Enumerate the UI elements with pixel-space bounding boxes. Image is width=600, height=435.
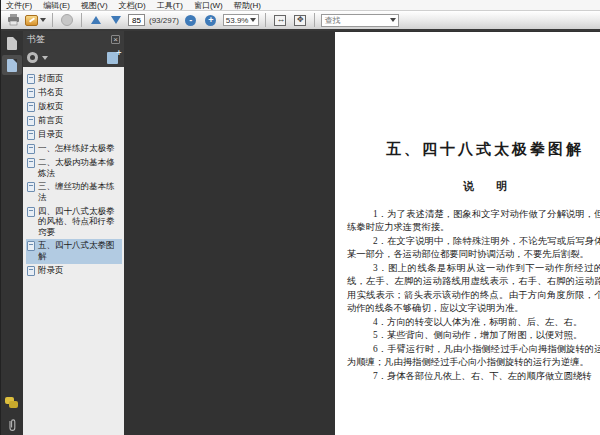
menu-item[interactable]: 编辑(E) <box>43 0 70 11</box>
bookmark-item-label: 一、怎样练好太极拳 <box>38 143 115 154</box>
page-up-icon <box>91 16 101 24</box>
toolbar-separator <box>314 13 315 27</box>
bookmark-item-label: 附录页 <box>38 265 64 276</box>
bookmark-item-label: 目录页 <box>38 129 64 140</box>
chevron-down-icon <box>250 18 256 22</box>
menu-item[interactable]: 文件(F) <box>6 0 32 11</box>
bookmark-item[interactable]: 一、怎样练好太极拳 <box>26 142 122 156</box>
bookmark-item[interactable]: 目录页 <box>26 128 122 142</box>
menu-bar: 文件(F)编辑(E)视图(V)文档(D)工具(T)窗口(W)帮助(H) <box>1 0 600 11</box>
previous-page-button[interactable] <box>88 12 104 28</box>
chevron-down-icon <box>40 18 46 22</box>
zoom-out-button[interactable]: - <box>183 12 199 28</box>
menu-item[interactable]: 帮助(H) <box>234 0 261 11</box>
bookmark-item[interactable]: 版权页 <box>26 100 122 114</box>
page-number-label: 85 <box>335 385 600 395</box>
bookmark-item[interactable]: 三、缠丝功的基本练法 <box>26 180 122 204</box>
new-bookmark-button[interactable] <box>104 50 120 66</box>
body-paragraph: 2．在文字说明中，除特殊注明外，不论先写或后写身体的某一部分，各运动部位都要同时… <box>347 235 600 262</box>
pages-panel-icon <box>7 37 17 50</box>
bookmark-item[interactable]: 附录页 <box>26 264 122 278</box>
bookmark-page-icon <box>27 74 35 84</box>
toolbar-separator <box>265 13 266 27</box>
bookmark-item[interactable]: 前言页 <box>26 114 122 128</box>
bookmark-item-label: 四、四十八式太极拳的风格、特点和行拳窍要 <box>38 206 121 238</box>
toolbar-separator <box>52 13 53 27</box>
menu-item[interactable]: 窗口(W) <box>194 0 223 11</box>
fit-width-button[interactable] <box>272 12 288 28</box>
close-panel-button[interactable]: × <box>111 35 120 44</box>
bookmark-page-icon <box>27 182 35 192</box>
export-button[interactable] <box>25 12 46 28</box>
menu-item[interactable]: 工具(T) <box>157 0 183 11</box>
bookmarks-panel-title: 书签 <box>27 33 45 46</box>
document-page: 五、四十八式太极拳图解 说 明 1．为了表述清楚，图象和文字对动作做了分解说明，… <box>335 32 600 435</box>
comments-panel-button[interactable] <box>2 393 22 413</box>
next-page-button[interactable] <box>108 12 124 28</box>
bookmark-item-label: 前言页 <box>38 115 64 126</box>
bookmark-page-icon <box>27 266 35 276</box>
new-bookmark-icon <box>107 52 118 64</box>
body-paragraph: 5．某些背向、侧向动作，增加了附图，以便对照。 <box>347 329 600 342</box>
print-button[interactable] <box>5 12 21 28</box>
bookmark-item-label: 封面页 <box>38 73 64 84</box>
body-paragraph: 1．为了表述清楚，图象和文字对动作做了分解说明，但在练拳时应力求连贯衔接。 <box>347 208 600 235</box>
attachments-panel-button[interactable] <box>2 415 22 435</box>
main-area: 书签 × 封面页 <box>1 31 600 435</box>
fit-width-icon <box>274 15 286 26</box>
menu-item[interactable]: 视图(V) <box>81 0 108 11</box>
printer-icon <box>7 14 20 26</box>
options-gear-icon <box>27 52 38 63</box>
bookmark-list: 封面页 书名页 版权页 前言页 <box>23 67 124 435</box>
bookmarks-panel-icon <box>7 59 17 72</box>
bookmark-page-icon <box>27 88 35 98</box>
page-down-icon <box>111 16 121 24</box>
page-body: 1．为了表述清楚，图象和文字对动作做了分解说明，但在练拳时应力求连贯衔接。 2．… <box>347 208 600 383</box>
bookmark-options-button[interactable] <box>27 50 48 66</box>
body-paragraph: 3．图上的线条是标明从这一动作到下一动作所经过的路线，左手、左脚的运动路线用虚线… <box>347 262 600 316</box>
body-paragraph: 6．手臂运行时，凡由小指侧经过手心向拇指侧旋转的运行为顺缠；凡由拇指侧经过手心向… <box>347 343 600 370</box>
bookmark-page-icon <box>27 144 35 154</box>
bookmark-page-icon <box>27 158 35 168</box>
page-number-input[interactable] <box>128 14 145 26</box>
zoom-in-icon: + <box>205 15 216 26</box>
bookmark-page-icon <box>27 130 35 140</box>
bookmarks-panel: 书签 × 封面页 <box>23 31 124 435</box>
fit-page-button[interactable] <box>292 12 308 28</box>
zoom-out-icon: - <box>185 15 196 26</box>
bookmark-page-icon <box>27 207 35 217</box>
bookmark-item-label: 书名页 <box>38 87 64 98</box>
page-count-label: (93/297) <box>149 16 179 25</box>
chevron-down-icon <box>42 56 48 60</box>
bookmark-item[interactable]: 二、太极内功基本修炼法 <box>26 156 122 180</box>
fit-page-icon <box>294 15 306 26</box>
attachments-paperclip-icon <box>6 418 18 432</box>
bookmark-page-icon <box>27 102 35 112</box>
toolbar: (93/297) - + 53.9% <box>1 11 600 31</box>
zoom-in-button[interactable]: + <box>203 12 219 28</box>
page-title: 五、四十八式太极拳图解 <box>335 140 600 159</box>
pdf-reader-window: 文件(F)编辑(E)视图(V)文档(D)工具(T)窗口(W)帮助(H) (93/… <box>0 0 600 435</box>
pages-panel-button[interactable] <box>2 33 22 53</box>
previous-view-button[interactable] <box>59 12 75 28</box>
bookmark-item-label: 五、四十八式太拳图解 <box>38 240 121 261</box>
comments-panel-icon <box>5 397 19 410</box>
zoom-level-value: 53.9% <box>226 16 249 25</box>
find-box[interactable] <box>321 14 399 27</box>
find-input[interactable] <box>324 16 388 25</box>
bookmark-item-label: 二、太极内功基本修炼法 <box>38 157 121 178</box>
zoom-level-select[interactable]: 53.9% <box>223 14 260 26</box>
bookmark-item[interactable]: 封面页 <box>26 72 122 86</box>
bookmark-page-icon <box>27 116 35 126</box>
navigation-icon-strip <box>1 31 23 435</box>
bookmark-item[interactable]: 四、四十八式太极拳的风格、特点和行拳窍要 <box>26 205 122 240</box>
body-paragraph: 4．方向的转变以人体为准，标明前、后、左、右。 <box>347 316 600 329</box>
menu-item[interactable]: 文档(D) <box>119 0 146 11</box>
document-canvas[interactable]: 五、四十八式太极拳图解 说 明 1．为了表述清楚，图象和文字对动作做了分解说明，… <box>124 31 600 435</box>
bookmark-item[interactable]: 书名页 <box>26 86 122 100</box>
toolbar-separator <box>81 13 82 27</box>
body-paragraph: 7．身体各部位凡依上、右、下、左的顺序做立圆绕转 <box>347 370 600 383</box>
page-subtitle: 说 明 <box>335 179 600 194</box>
bookmarks-panel-button[interactable] <box>2 55 22 75</box>
bookmark-item[interactable]: 五、四十八式太拳图解 <box>26 239 122 263</box>
